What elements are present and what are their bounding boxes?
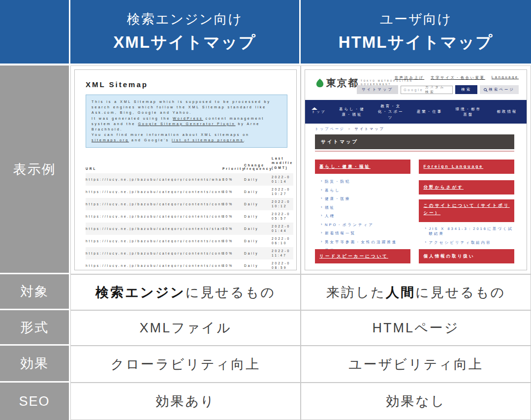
xml-url-table: URL Priority Change frequency Last modif… [86,154,293,271]
sitemaps-org-link[interactable]: sitemaps.org [92,138,129,142]
nav-living[interactable]: 暮らし・健康・福祉 [333,106,372,118]
header-corner-cell [0,0,70,65]
row-label-seo: SEO [0,383,70,420]
utility-links: 音声読み上げ 文字サイズ・色合い変更 Language [395,75,519,80]
sitemap-content: 暮らし・健康・福祉 防災・防犯 暮らし 健康・医療 福祉 人権 NPO・ボランテ… [315,160,514,268]
xml-info-box: This is a XML Sitemap which is supposed … [86,95,287,148]
title-underline [315,151,514,152]
list-item[interactable]: 暮らし [321,188,410,193]
ginkgo-leaf-icon [315,78,325,88]
sitemap-right-column: Foreign Language 分野からさがす このサイトについて（サイトポリ… [419,160,514,268]
xml-table-header: URL Priority Change frequency Last modif… [86,154,293,173]
table-row: https://lucy.ne.jp/bazubu/category/conte… [86,210,293,223]
tokyo-sitemap-screenshot: 東京都 TOKYO METROPOLITANGOVERNMENT 音声読み上げ … [305,69,527,270]
target-xml-cell: 検索エンジンに見せるもの [70,274,301,310]
search-input[interactable]: Googleカスタム検索 [401,86,453,94]
sitemap-url-link[interactable]: https://lucy.ne.jp/bazubu/category/conte… [86,190,222,194]
sitemap-button[interactable]: サイトマップ [357,85,398,94]
foreign-language-heading[interactable]: Foreign Language [419,160,514,174]
nav-education[interactable]: 教育・文化・スポーツ [372,103,410,120]
breadcrumb-home-link[interactable]: トップページ [315,127,345,130]
header-html-column: ユーザ向け HTMLサイトマップ [301,0,531,65]
format-xml-cell: XMLファイル [70,310,301,346]
breadcrumb: トップページ ＞ サイトマップ [315,127,385,131]
header-html-subtitle: ユーザ向け [380,10,452,28]
row-label-target: 対象 [0,274,70,310]
sitemap-programs-link[interactable]: list of sitemap programs [172,138,244,142]
nav-home[interactable]: トップ [305,110,333,114]
column-header-frequency: Change frequency [244,163,272,170]
target-html-cell: 来訪した人間に見せるもの [301,274,531,310]
header-xml-title: XMLサイトマップ [113,32,256,54]
table-row: https://lucy.ne.jp/bazubu/category/conte… [86,198,293,210]
privacy-heading[interactable]: 個人情報の取り扱い [419,249,514,263]
category-search-heading[interactable]: 分野からさがす [419,180,514,194]
table-row: https://lucy.ne.jp/bazubu/category/conte… [86,173,293,186]
table-row: https://lucy.ne.jp/bazubu/category/conte… [86,259,293,270]
nav-government[interactable]: 都政情報 [488,109,527,114]
sitemap-left-column: 暮らし・健康・福祉 防災・防犯 暮らし 健康・医療 福祉 人権 NPO・ボランテ… [315,160,410,268]
sitemap-url-link[interactable]: https://lucy.ne.jp/bazubu/category/conte… [86,239,222,243]
list-item[interactable]: JIS X 8341-3：2016に基づく試験結果 [425,226,514,236]
effect-html-cell: ユーザビリティ向上 [301,346,531,383]
magnifier-icon [484,88,487,91]
nav-industry[interactable]: 産業・仕事 [410,109,449,114]
table-row: https://lucy.ne.jp/bazubu/category/conte… [86,247,293,259]
xml-page-title: XML Sitemap [86,80,296,89]
main-navbar: トップ 暮らし・健康・福祉 教育・文化・スポーツ 産業・仕事 環境・都市基盤 都… [305,100,527,124]
breadcrumb-current: サイトマップ [355,127,385,130]
header-xml-subtitle: 検索エンジン向け [127,10,243,28]
site-policy-links: JIS X 8341-3：2016に基づく試験結果 アクセシビリティ取組内容 [425,226,514,245]
voice-readout-link[interactable]: 音声読み上げ [395,75,424,80]
xml-example-cell: XML Sitemap This is a XML Sitemap which … [70,65,301,274]
page-title: サイトマップ [315,134,514,149]
row-label-effect: 効果 [0,346,70,383]
site-policy-heading[interactable]: このサイトについて（サイトポリシー） [419,199,514,222]
sitemap-url-link[interactable]: https://lucy.ne.jp/bazubu/category/conte… [86,252,222,255]
table-row: https://lucy.ne.jp/bazubu/category/conte… [86,223,293,235]
column-header-priority: Priority [222,167,244,170]
wordpress-link[interactable]: WordPress [173,117,203,120]
xml-sitemap-screenshot: XML Sitemap This is a XML Sitemap which … [74,69,297,270]
sitemap-plugin-link[interactable]: Google Sitemap Generator Plugin [138,122,235,126]
readspeaker-heading[interactable]: リードスピーカーについて [315,249,410,263]
search-page-button[interactable]: 検索ページ [480,85,519,94]
header-xml-column: 検索エンジン向け XMLサイトマップ [70,0,301,65]
sitemap-url-link[interactable]: https://lucy.ne.jp/bazubu/category/conte… [86,178,222,181]
text-size-link[interactable]: 文字サイズ・色合い変更 [431,75,485,80]
html-example-cell: 東京都 TOKYO METROPOLITANGOVERNMENT 音声読み上げ … [301,65,531,274]
table-row: https://lucy.ne.jp/bazubu/category/conte… [86,235,293,247]
living-links: 防災・防犯 暮らし 健康・医療 福祉 人権 NPO・ボランティア 新着情報一覧 … [321,179,410,253]
row-label-format: 形式 [0,310,70,346]
table-row: https://lucy.ne.jp/bazubu/category/conte… [86,186,293,198]
sitemap-url-link[interactable]: https://lucy.ne.jp/bazubu/category/conte… [86,264,222,267]
format-html-cell: HTMLページ [301,310,531,346]
seo-xml-cell: 効果あり [70,383,301,420]
list-item[interactable]: 男女平等参画・女性の活躍推進 [321,240,410,245]
nav-environment[interactable]: 環境・都市基盤 [449,106,488,118]
living-section-heading[interactable]: 暮らし・健康・福祉 [315,160,410,174]
sitemap-url-link[interactable]: https://lucy.ne.jp/bazubu/category/conte… [86,215,222,218]
language-link[interactable]: Language [492,75,519,80]
list-item[interactable]: 人権 [321,214,410,219]
list-item[interactable]: 健康・医療 [321,196,410,201]
header-html-title: HTMLサイトマップ [339,32,493,54]
comparison-table: 検索エンジン向け XMLサイトマップ ユーザ向け HTMLサイトマップ 表示例 … [0,0,531,420]
search-button[interactable]: 検索 [455,85,477,94]
row-label-example: 表示例 [0,65,70,274]
sitemap-url-link[interactable]: https://lucy.ne.jp/bazubu/category/conte… [86,202,222,206]
list-item[interactable]: NPO・ボランティア [321,223,410,227]
sitemap-url-link[interactable]: https://lucy.ne.jp/bazubu/category/conte… [86,227,222,230]
list-item[interactable]: 防災・防犯 [321,179,410,184]
list-item[interactable]: 福祉 [321,205,410,210]
effect-xml-cell: クローラビリティ向上 [70,346,301,383]
column-header-url: URL [86,167,222,170]
column-header-modified: Last modified (GMT) [272,156,293,170]
search-bar: サイトマップ Googleカスタム検索 検索 検索ページ [357,85,519,94]
list-item[interactable]: アクセシビリティ取組内容 [425,240,514,245]
list-item[interactable]: 新着情報一覧 [321,231,410,236]
tokyo-logo-text: 東京都 [326,76,359,90]
seo-html-cell: 効果なし [301,383,531,420]
